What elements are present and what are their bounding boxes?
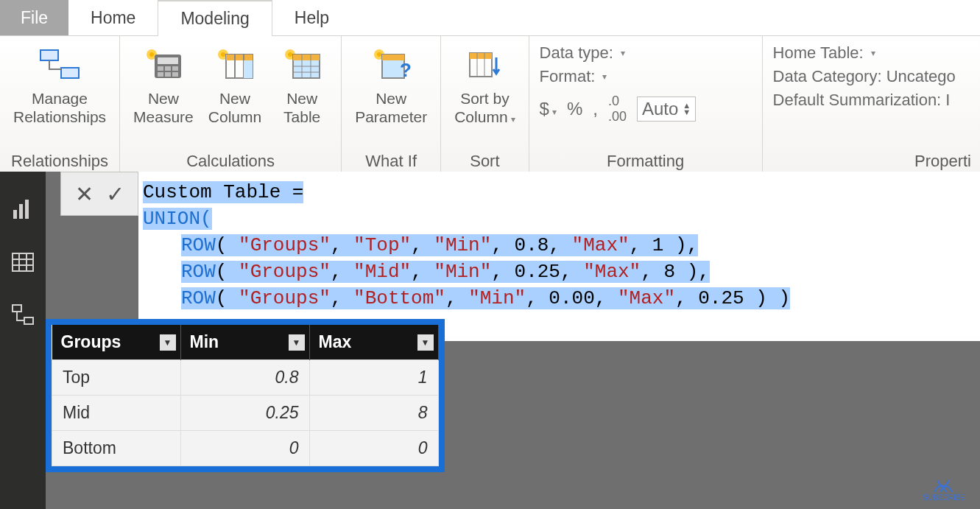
format-dropdown[interactable]: Format:▾: [540, 67, 697, 86]
svg-rect-44: [13, 305, 21, 312]
svg-rect-18: [244, 60, 253, 78]
percent-button[interactable]: %: [567, 99, 582, 119]
svg-rect-45: [24, 317, 33, 324]
relationships-icon: [39, 43, 80, 85]
svg-point-13: [221, 52, 225, 57]
svg-point-28: [377, 52, 381, 57]
group-formatting: Data type:▾ Format:▾ $▾ % , .0.00 Auto ▲…: [529, 36, 763, 172]
svg-point-20: [288, 52, 292, 57]
currency-button[interactable]: $▾: [540, 99, 557, 119]
data-view-button[interactable]: [7, 247, 38, 278]
new-parameter-icon: ?: [370, 43, 412, 85]
svg-rect-8: [172, 66, 178, 71]
new-measure-label: New Measure: [133, 89, 194, 126]
decimal-button[interactable]: .0.00: [608, 94, 627, 124]
svg-rect-36: [13, 210, 17, 219]
svg-rect-10: [165, 72, 171, 77]
manage-relationships-button[interactable]: Manage Relationships: [6, 39, 113, 126]
col-header-max[interactable]: Max▼: [309, 325, 438, 360]
new-column-button[interactable]: New Column: [201, 39, 269, 126]
filter-dropdown-icon[interactable]: ▼: [417, 334, 434, 351]
sort-icon: [464, 43, 505, 85]
formula-editor[interactable]: Custom Table = UNION( ROW( "Groups", "To…: [138, 172, 980, 341]
col-header-min[interactable]: Min▼: [180, 325, 309, 360]
svg-rect-37: [19, 204, 23, 219]
group-whatif: ? New Parameter What If: [342, 36, 441, 172]
table-row[interactable]: Top0.81: [52, 360, 439, 396]
svg-rect-22: [293, 55, 320, 60]
data-type-dropdown[interactable]: Data type:▾: [540, 43, 697, 63]
model-view-button[interactable]: [7, 300, 38, 331]
new-measure-button[interactable]: New Measure: [126, 39, 201, 126]
view-rail: [0, 172, 46, 509]
new-parameter-button[interactable]: ? New Parameter: [348, 39, 434, 126]
filter-dropdown-icon[interactable]: ▼: [289, 334, 305, 351]
dna-icon: [933, 479, 955, 494]
report-view-button[interactable]: [7, 194, 38, 225]
decimal-places-input[interactable]: Auto ▲▼: [637, 96, 696, 122]
result-table: Groups▼ Min▼ Max▼ Top0.81 Mid0.258 Botto…: [46, 319, 445, 472]
svg-rect-9: [158, 72, 163, 77]
table-row[interactable]: Mid0.258: [52, 396, 439, 431]
group-label-sort: Sort: [447, 149, 522, 172]
group-label-formatting: Formatting: [535, 149, 756, 172]
new-parameter-label: New Parameter: [355, 89, 427, 126]
ribbon: Manage Relationships Relationships New M…: [0, 36, 980, 173]
table-header-row: Groups▼ Min▼ Max▼: [52, 325, 439, 360]
sort-by-column-label: Sort by Column▾: [454, 89, 515, 129]
manage-relationships-label: Manage Relationships: [13, 89, 106, 126]
thousands-button[interactable]: ,: [593, 99, 598, 119]
home-table-dropdown[interactable]: Home Table:▾: [773, 43, 956, 63]
tab-help[interactable]: Help: [272, 0, 351, 35]
svg-rect-7: [165, 66, 171, 71]
svg-rect-1: [61, 68, 79, 78]
col-header-groups[interactable]: Groups▼: [52, 325, 181, 360]
new-table-label: New Table: [283, 89, 320, 126]
svg-rect-38: [25, 200, 29, 219]
subscribe-watermark: SUBSCRIBE: [923, 479, 965, 502]
svg-rect-15: [226, 55, 253, 60]
group-properties: Home Table:▾ Data Category: Uncatego Def…: [763, 36, 980, 172]
group-label-calculations: Calculations: [126, 149, 335, 172]
new-table-icon: [281, 43, 322, 85]
formula-buttons: ✕ ✓: [60, 172, 138, 216]
tab-home[interactable]: Home: [68, 0, 158, 35]
commit-formula-button[interactable]: ✓: [99, 178, 130, 209]
spinner-icon[interactable]: ▲▼: [683, 102, 691, 116]
formula-bar: ✕ ✓ Custom Table = UNION( ROW( "Groups",…: [60, 172, 980, 341]
svg-rect-33: [470, 53, 492, 59]
svg-rect-0: [40, 50, 58, 60]
tab-modeling[interactable]: Modeling: [158, 0, 272, 36]
new-measure-icon: [143, 43, 184, 85]
svg-text:?: ?: [400, 59, 412, 81]
cancel-formula-button[interactable]: ✕: [68, 178, 99, 209]
svg-rect-39: [13, 253, 33, 271]
group-label-whatif: What If: [348, 149, 434, 172]
sort-by-column-button[interactable]: Sort by Column▾: [447, 39, 522, 129]
table-row[interactable]: Bottom00: [52, 431, 439, 466]
svg-rect-11: [172, 72, 178, 77]
new-column-label: New Column: [208, 89, 261, 126]
new-table-button[interactable]: New Table: [269, 39, 335, 126]
filter-dropdown-icon[interactable]: ▼: [160, 334, 176, 351]
group-calculations: New Measure New Column: [120, 36, 342, 172]
formula-line2: UNION(: [143, 208, 212, 230]
group-label-relationships: Relationships: [6, 149, 113, 172]
tab-strip: File Home Modeling Help: [0, 0, 980, 36]
new-column-icon: [214, 43, 255, 85]
svg-point-3: [149, 52, 154, 57]
group-label-properties: Properti: [769, 149, 974, 172]
formula-line1: Custom Table =: [143, 181, 303, 203]
svg-rect-5: [158, 57, 178, 64]
group-relationships: Manage Relationships Relationships: [0, 36, 120, 172]
data-category-dropdown[interactable]: Data Category: Uncatego: [773, 67, 956, 86]
default-summarization-dropdown[interactable]: Default Summarization: I: [773, 91, 956, 110]
group-sort: Sort by Column▾ Sort: [441, 36, 529, 172]
file-tab[interactable]: File: [0, 0, 68, 35]
content-area: ✕ ✓ Custom Table = UNION( ROW( "Groups",…: [46, 172, 980, 509]
svg-rect-6: [158, 66, 163, 71]
